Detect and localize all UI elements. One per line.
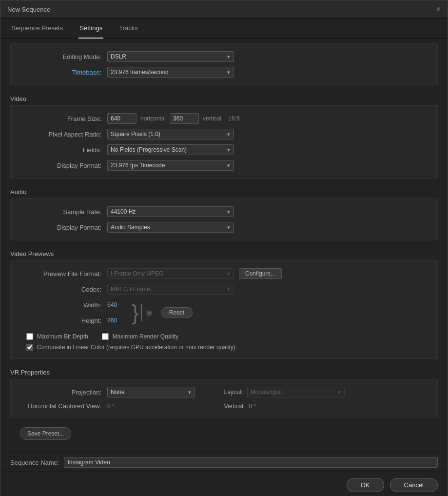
composite-label: Composite in Linear Color (requires GPU … <box>37 344 235 351</box>
editing-mode-select[interactable]: DSLR <box>107 51 234 62</box>
layout-value: Monoscopic <box>247 387 345 397</box>
sample-rate-select-wrap: 44100 Hz <box>107 206 234 217</box>
codec-value: MPEG I-Frame <box>107 284 234 295</box>
fields-select-wrap: No Fields (Progressive Scan) <box>107 144 234 155</box>
codec-label: Codec: <box>19 286 101 293</box>
audio-display-format-row: Display Format: Audio Samples <box>11 219 437 235</box>
tab-bar: Sequence Presets Settings Tracks <box>0 19 448 39</box>
composite-row: Composite in Linear Color (requires GPU … <box>19 342 429 353</box>
video-previews-body: Preview File Format: I-Frame Only MPEG C… <box>10 260 438 359</box>
max-bit-depth-checkbox[interactable] <box>26 333 33 340</box>
sequence-name-label: Sequence Name: <box>10 459 59 466</box>
horizontal-label: horizontal <box>140 115 166 122</box>
vr-section: VR Properties Projection: None Layout: <box>10 364 438 417</box>
timebase-label: Timebase: <box>19 69 101 76</box>
display-format-select-wrap: 23.976 fps Timecode <box>107 160 234 171</box>
save-preset-area: Save Preset... <box>10 422 438 445</box>
codec-row: Codec: MPEG I-Frame <box>11 281 437 297</box>
width-value: 640 <box>107 301 117 308</box>
layout-group: Layout: Monoscopic <box>224 387 430 397</box>
audio-section-header: Audio <box>10 183 438 198</box>
timebase-row: Timebase: 23.976 frames/second <box>11 64 437 80</box>
video-section: Video Frame Size: horizontal vertical 16… <box>10 90 438 179</box>
timebase-select-wrap: 23.976 frames/second <box>107 67 234 78</box>
projection-select-wrap: None <box>107 387 195 397</box>
pixel-aspect-ratio-select-wrap: Square Pixels (1.0) <box>107 129 234 139</box>
vertical-group: Vertical: 0 ° <box>224 403 430 410</box>
vertical-label: vertical <box>203 115 221 122</box>
width-row: Width: 640 <box>19 298 117 312</box>
tab-settings[interactable]: Settings <box>78 19 103 39</box>
codec-select-wrap: MPEG I-Frame <box>107 284 234 295</box>
horizontal-group: Horizontal Captured View: 0 ° <box>19 402 224 410</box>
editing-section-body: Editing Mode: DSLR Timebase: 23.976 fram… <box>10 43 438 85</box>
height-row: Height: 360 <box>19 314 117 327</box>
sample-rate-label: Sample Rate: <box>19 208 101 216</box>
audio-display-format-select[interactable]: Audio Samples <box>107 222 234 233</box>
link-bracket: } ⊗ Reset <box>132 304 193 321</box>
timebase-select[interactable]: 23.976 frames/second <box>107 67 234 78</box>
vertical-label: Vertical: <box>224 403 245 410</box>
sequence-name-row: Sequence Name: <box>0 453 448 472</box>
max-render-quality-label: Maximum Render Quality <box>113 333 178 340</box>
composite-checkbox[interactable] <box>26 344 33 351</box>
ok-button[interactable]: OK <box>347 478 384 492</box>
projection-select[interactable]: None <box>107 387 195 397</box>
width-label: Width: <box>19 301 101 309</box>
projection-layout-row: Projection: None Layout: Monoscopic <box>11 384 437 400</box>
vr-section-header: VR Properties <box>10 364 438 379</box>
pixel-aspect-ratio-row: Pixel Aspect Ratio: Square Pixels (1.0) <box>11 126 437 142</box>
max-render-quality-checkbox[interactable] <box>102 333 109 340</box>
preview-file-format-label: Preview File Format: <box>19 270 101 278</box>
frame-size-inputs: horizontal vertical 16:9 <box>107 113 239 124</box>
preview-file-format-value: I-Frame Only MPEG <box>107 268 234 279</box>
cancel-button[interactable]: Cancel <box>390 478 438 492</box>
link-chain-icon: ⊗ <box>146 308 152 317</box>
display-format-row: Display Format: 23.976 fps Timecode <box>11 158 437 173</box>
width-height-fields: Width: 640 Height: 360 <box>19 298 117 327</box>
horizontal-captured-value: 0 ° <box>107 403 115 410</box>
fields-select[interactable]: No Fields (Progressive Scan) <box>107 144 234 155</box>
editing-mode-label: Editing Mode: <box>19 53 101 60</box>
title-bar: New Sequence × <box>0 0 448 19</box>
layout-label: Layout: <box>224 389 243 396</box>
max-bit-depth-row: Maximum Bit Depth Maximum Render Quality <box>19 331 429 342</box>
dialog-title: New Sequence <box>7 6 50 13</box>
pixel-aspect-ratio-select[interactable]: Square Pixels (1.0) <box>107 129 234 139</box>
projection-label: Projection: <box>19 389 101 396</box>
tab-tracks[interactable]: Tracks <box>118 19 139 39</box>
projection-group: Projection: None <box>19 387 224 397</box>
bracket-icon: } <box>132 304 142 321</box>
preview-file-format-row: Preview File Format: I-Frame Only MPEG C… <box>11 266 437 281</box>
frame-width-input[interactable] <box>107 113 136 124</box>
frame-size-label: Frame Size: <box>19 115 101 122</box>
video-previews-section: Video Previews Preview File Format: I-Fr… <box>10 245 438 359</box>
max-bit-depth-label: Maximum Bit Depth <box>37 333 88 340</box>
frame-size-row: Frame Size: horizontal vertical 16:9 <box>11 111 437 126</box>
video-section-body: Frame Size: horizontal vertical 16:9 Pix… <box>10 105 438 179</box>
audio-section-body: Sample Rate: 44100 Hz Display Format: Au… <box>10 198 438 240</box>
aspect-ratio: 16:9 <box>228 115 239 122</box>
sequence-name-input[interactable] <box>64 457 438 468</box>
close-button[interactable]: × <box>436 5 441 13</box>
vr-section-body: Projection: None Layout: Monoscopic <box>10 379 438 417</box>
editing-mode-select-wrap: DSLR <box>107 51 234 62</box>
sample-rate-select[interactable]: 44100 Hz <box>107 206 234 217</box>
horizontal-captured-label: Horizontal Captured View: <box>19 402 101 410</box>
display-format-label: Display Format: <box>19 162 101 169</box>
new-sequence-dialog: New Sequence × Sequence Presets Settings… <box>0 0 448 496</box>
display-format-select[interactable]: 23.976 fps Timecode <box>107 160 234 171</box>
width-height-container: Width: 640 Height: 360 } ⊗ Reset <box>11 297 437 328</box>
tab-sequence-presets[interactable]: Sequence Presets <box>10 19 64 39</box>
save-preset-button[interactable]: Save Preset... <box>20 427 71 440</box>
horiz-vert-row: Horizontal Captured View: 0 ° Vertical: … <box>11 400 437 412</box>
pixel-aspect-ratio-label: Pixel Aspect Ratio: <box>19 131 101 138</box>
audio-display-format-select-wrap: Audio Samples <box>107 222 234 233</box>
frame-height-input[interactable] <box>170 113 199 124</box>
video-previews-header: Video Previews <box>10 245 438 260</box>
audio-section: Audio Sample Rate: 44100 Hz Display Form… <box>10 183 438 240</box>
fields-row: Fields: No Fields (Progressive Scan) <box>11 142 437 158</box>
configure-button[interactable]: Configure... <box>239 268 282 279</box>
checkboxes-area: Maximum Bit Depth Maximum Render Quality… <box>11 328 437 356</box>
reset-button[interactable]: Reset <box>161 307 193 318</box>
